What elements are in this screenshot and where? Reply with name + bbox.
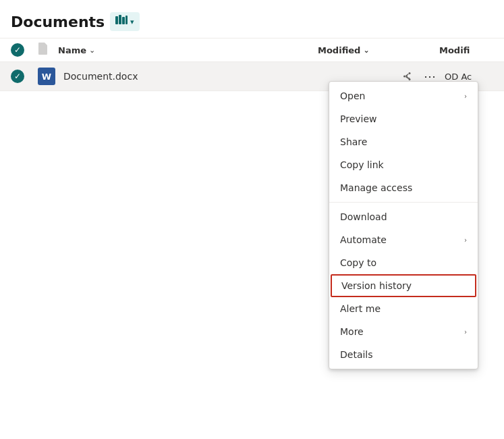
page-title: Documents: [11, 14, 105, 30]
menu-item-manage-access[interactable]: Manage access: [329, 176, 478, 199]
modifiedby-col-label: Modifi: [439, 45, 470, 55]
menu-item-label-open: Open: [340, 91, 365, 101]
menu-item-label-version-history: Version history: [341, 280, 412, 291]
library-chevron-icon: ▾: [130, 18, 134, 26]
menu-item-details[interactable]: Details: [329, 343, 478, 366]
svg-rect-2: [122, 17, 125, 24]
menu-item-label-share: Share: [340, 136, 367, 147]
modified-col-header[interactable]: Modified ⌄: [318, 45, 439, 55]
select-all-col: ✓: [11, 43, 38, 57]
menu-item-alert-me[interactable]: Alert me: [329, 297, 478, 320]
modified-col-label: Modified: [318, 45, 360, 55]
menu-item-label-copy-link: Copy link: [340, 159, 384, 170]
page-header: Documents ▾: [0, 0, 504, 38]
menu-item-more[interactable]: More›: [329, 320, 478, 343]
library-icon: [115, 15, 128, 28]
file-icon-col: [38, 43, 58, 57]
row-file-icon-col: W: [38, 68, 58, 85]
modified-by-partial: OD Ac: [439, 72, 493, 82]
menu-item-label-alert-me: Alert me: [340, 303, 381, 314]
svg-point-6: [409, 78, 411, 80]
menu-item-label-automate: Automate: [340, 234, 387, 245]
menu-item-label-download: Download: [340, 211, 387, 222]
library-button[interactable]: ▾: [110, 12, 140, 31]
row-check[interactable]: ✓: [11, 70, 24, 83]
file-name[interactable]: Document.docx: [63, 71, 399, 82]
menu-item-preview[interactable]: Preview: [329, 107, 478, 130]
row-check-col[interactable]: ✓: [11, 70, 38, 83]
svg-point-4: [409, 72, 411, 74]
modifiedby-col-header: Modifi: [439, 45, 493, 55]
name-col-header[interactable]: Name ⌄: [58, 45, 318, 55]
name-col-label: Name: [58, 45, 86, 55]
check-icon: ✓: [14, 45, 21, 55]
menu-item-label-more: More: [340, 326, 364, 337]
menu-item-share[interactable]: Share: [329, 130, 478, 153]
menu-item-automate[interactable]: Automate›: [329, 228, 478, 251]
menu-item-label-preview: Preview: [340, 113, 377, 124]
table-header: ✓ Name ⌄ Modified ⌄ Modifi: [0, 38, 504, 62]
svg-rect-1: [119, 15, 121, 24]
menu-item-copy-link[interactable]: Copy link: [329, 153, 478, 176]
menu-item-label-details: Details: [340, 349, 373, 360]
word-icon: W: [38, 68, 55, 85]
menu-divider-5: [329, 202, 478, 203]
name-sort-icon: ⌄: [89, 46, 95, 55]
svg-rect-3: [125, 16, 128, 24]
modified-sort-icon: ⌄: [363, 46, 369, 55]
row-check-icon: ✓: [14, 72, 21, 81]
submenu-arrow-icon: ›: [464, 328, 467, 336]
menu-item-copy-to[interactable]: Copy to: [329, 251, 478, 274]
menu-item-version-history[interactable]: Version history: [331, 274, 476, 297]
menu-item-label-manage-access: Manage access: [340, 182, 412, 193]
menu-item-open[interactable]: Open›: [329, 84, 478, 107]
context-menu: Open›PreviewShareCopy linkManage accessD…: [329, 81, 478, 369]
menu-item-download[interactable]: Download: [329, 205, 478, 228]
select-all-check[interactable]: ✓: [11, 43, 24, 57]
svg-point-5: [403, 76, 405, 78]
menu-item-label-copy-to: Copy to: [340, 257, 376, 268]
svg-rect-0: [115, 16, 118, 24]
submenu-arrow-icon: ›: [464, 93, 467, 100]
submenu-arrow-icon: ›: [464, 236, 467, 244]
